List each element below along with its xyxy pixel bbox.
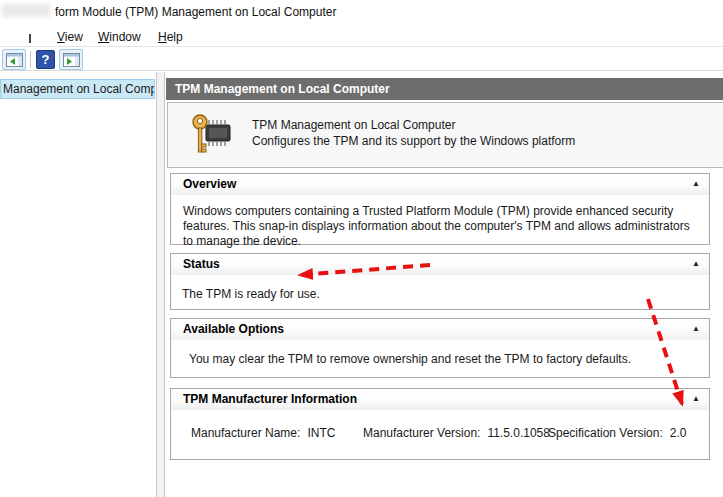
manufacturer-version-label: Manufacturer Version: [363, 426, 480, 440]
redacted-window-icon [2, 4, 50, 17]
show-hide-action-pane-button[interactable] [59, 49, 83, 70]
snapin-banner: TPM Management on Local Computer Configu… [167, 102, 723, 168]
window-title: form Module (TPM) Management on Local Co… [55, 5, 336, 19]
manufacturer-version-field: Manufacturer Version:11.5.0.1058 [363, 426, 550, 440]
section-overview-header[interactable]: Overview ▲ [171, 174, 709, 195]
specification-version-label: Specification Version: [548, 426, 663, 440]
banner-title: TPM Management on Local Computer [252, 117, 575, 133]
section-title: TPM Manufacturer Information [183, 392, 357, 406]
manufacturer-name-label: Manufacturer Name: [191, 426, 300, 440]
section-tpm-manufacturer-information: TPM Manufacturer Information ▲ Manufactu… [170, 388, 710, 460]
menu-help[interactable]: Help [158, 30, 183, 44]
help-button[interactable]: ? [36, 50, 55, 69]
console-tree-pane: Management on Local Comp [0, 72, 156, 497]
help-icon: ? [42, 52, 50, 67]
results-pane: TPM Management on Local Computer TPM Man… [166, 72, 723, 497]
section-status-header[interactable]: Status ▲ [171, 254, 709, 275]
show-hide-console-tree-icon [6, 53, 23, 67]
collapse-arrow-icon[interactable]: ▲ [692, 259, 700, 268]
section-available-options: Available Options ▲ You may clear the TP… [170, 318, 710, 378]
tree-item-tpm-management[interactable]: Management on Local Comp [0, 79, 155, 99]
menu-bar: View Window Help [0, 28, 723, 47]
key-and-chip-icon [190, 112, 236, 158]
manufacturer-version-value: 11.5.0.1058 [487, 426, 550, 440]
menu-view[interactable]: View [57, 30, 83, 44]
window-title-bar: form Module (TPM) Management on Local Co… [0, 0, 723, 26]
banner-subtitle: Configures the TPM and its support by th… [252, 133, 575, 149]
section-title: Status [183, 257, 220, 271]
collapse-arrow-icon[interactable]: ▲ [692, 179, 700, 188]
section-title: Available Options [183, 322, 284, 336]
section-status: Status ▲ The TPM is ready for use. [170, 253, 710, 310]
toolbar: ? [0, 48, 723, 71]
available-options-body-text: You may clear the TPM to remove ownershi… [189, 352, 631, 367]
results-pane-title: TPM Management on Local Computer [166, 78, 723, 100]
collapse-arrow-icon[interactable]: ▲ [692, 394, 700, 403]
menu-window[interactable]: Window [98, 30, 141, 44]
show-hide-action-pane-icon [63, 53, 80, 67]
manufacturer-name-value: INTC [307, 426, 335, 440]
pane-splitter[interactable] [156, 72, 165, 497]
section-available-options-header[interactable]: Available Options ▲ [171, 319, 709, 340]
show-hide-console-tree-button[interactable] [2, 49, 26, 70]
specification-version-value: 2.0 [670, 426, 687, 440]
overview-body-text: Windows computers containing a Trusted P… [183, 204, 697, 249]
section-title: Overview [183, 177, 236, 191]
section-overview: Overview ▲ Windows computers containing … [170, 173, 710, 245]
status-body-text: The TPM is ready for use. [182, 287, 320, 302]
collapse-arrow-icon[interactable]: ▲ [692, 324, 700, 333]
section-tpm-manufacturer-information-header[interactable]: TPM Manufacturer Information ▲ [171, 389, 709, 410]
clipped-menu-item [29, 34, 31, 43]
manufacturer-name-field: Manufacturer Name:INTC [191, 426, 335, 440]
specification-version-field: Specification Version:2.0 [548, 426, 686, 440]
toolbar-separator [30, 51, 31, 68]
